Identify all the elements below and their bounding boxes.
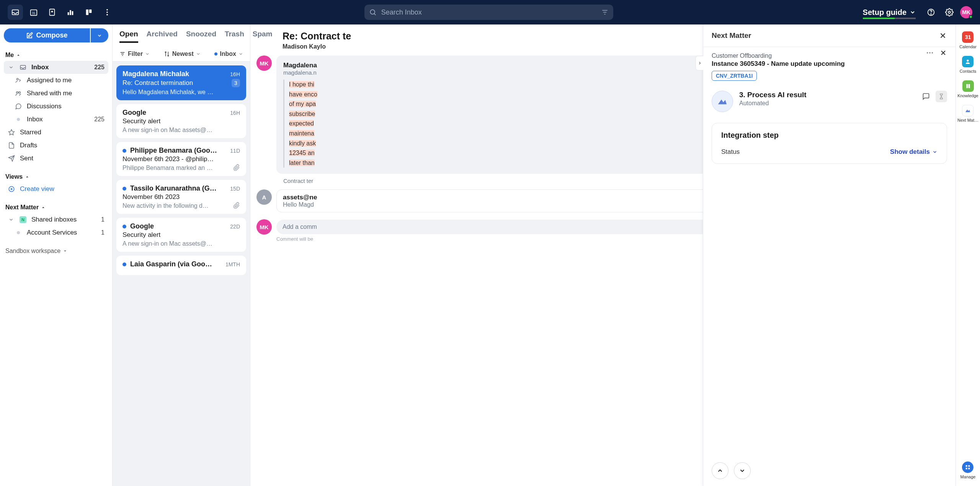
sidebar-assigned[interactable]: Assigned to me <box>4 74 108 87</box>
thread-preview: A new sign-in on Mac assets@… <box>122 240 212 247</box>
overlay-close-instance-button[interactable] <box>939 49 947 57</box>
rail-knowledge[interactable]: Knowledge <box>957 80 978 98</box>
show-details-button[interactable]: Show details <box>890 148 938 156</box>
thread-subject: November 6th 2023 <box>122 193 180 201</box>
thread-sender: Google <box>122 109 146 117</box>
inbox-filter-button[interactable]: Inbox <box>214 51 243 57</box>
svg-point-19 <box>16 92 18 94</box>
next-matter-icon <box>962 105 973 116</box>
settings-icon[interactable] <box>942 5 957 20</box>
svg-rect-30 <box>969 465 970 467</box>
unread-dot-icon <box>122 149 126 153</box>
user-avatar-initials: MK <box>962 9 970 15</box>
setup-guide-button[interactable]: Setup guide <box>863 8 916 17</box>
sidebar-inbox2-label: Inbox <box>27 116 43 123</box>
section-views-label: Views <box>5 173 23 180</box>
section-next-matter[interactable]: Next Matter <box>4 202 108 213</box>
next-step-button[interactable] <box>734 462 751 479</box>
svg-rect-7 <box>72 11 74 15</box>
shared-icon <box>15 90 22 97</box>
unread-dot-icon <box>122 187 126 191</box>
sidebar-inbox-label: Inbox <box>31 64 49 71</box>
sidebar-account-services-count: 1 <box>101 229 105 236</box>
nav-kanban-icon[interactable] <box>81 5 96 20</box>
nav-more-icon[interactable] <box>100 5 115 20</box>
svg-rect-29 <box>966 465 967 467</box>
section-me[interactable]: Me <box>4 49 108 61</box>
overlay-status-label: Status <box>721 148 740 156</box>
search-icon <box>369 8 377 16</box>
sidebar-shared[interactable]: Shared with me <box>4 87 108 100</box>
attachment-icon <box>233 164 240 171</box>
rail-calendar[interactable]: 31 Calendar <box>959 31 977 49</box>
rail-next-matter[interactable]: Next Mat… <box>957 105 978 122</box>
tab-archived[interactable]: Archived <box>147 30 178 43</box>
tab-trash[interactable]: Trash <box>225 30 244 43</box>
collapse-panel-button[interactable] <box>696 56 703 70</box>
nav-contacts-icon[interactable] <box>44 5 60 20</box>
svg-point-13 <box>370 10 375 14</box>
thread-item[interactable]: Google22DSecurity alertA new sign-in on … <box>116 218 246 252</box>
thread-item[interactable]: Magdalena Michalak16HRe: Contract termin… <box>116 65 246 100</box>
svg-point-23 <box>927 52 928 54</box>
thread-preview: Philippe Benamara marked an … <box>122 165 213 171</box>
svg-rect-5 <box>68 12 69 15</box>
thread-preview: New activity in the following d… <box>122 202 209 209</box>
svg-point-4 <box>51 11 53 13</box>
thread-item[interactable]: Google16HSecurity alertA new sign-in on … <box>116 104 246 138</box>
thread-subject: Re: Contract termination <box>122 79 193 87</box>
step-logo-icon <box>712 91 733 112</box>
sort-label: Newest <box>172 51 194 57</box>
sidebar-inbox-nested[interactable]: Inbox 225 <box>4 113 108 126</box>
sidebar-discussions[interactable]: Discussions <box>4 100 108 113</box>
workspace-switcher[interactable]: Sandbox workspace <box>4 245 108 257</box>
svg-point-25 <box>932 52 933 54</box>
sidebar-inbox[interactable]: Inbox 225 <box>4 61 108 74</box>
sidebar-sent[interactable]: Sent <box>4 152 108 165</box>
create-view-button[interactable]: Create view <box>4 183 108 196</box>
tab-open[interactable]: Open <box>119 30 138 43</box>
sidebar-shared-inboxes[interactable]: N Shared inboxes 1 <box>4 213 108 226</box>
nav-analytics-icon[interactable] <box>63 5 78 20</box>
help-icon[interactable] <box>923 5 939 20</box>
inbox-icon <box>19 64 27 71</box>
thread-time: 16H <box>230 71 240 77</box>
overlay-more-icon[interactable] <box>926 49 934 57</box>
sort-button[interactable]: Newest <box>164 51 201 57</box>
thread-item[interactable]: Laia Gasparin (via Goo…1MTH <box>116 256 246 275</box>
thread-list: Magdalena Michalak16HRe: Contract termin… <box>113 62 250 486</box>
compose-button[interactable]: Compose <box>4 28 90 42</box>
compose-label: Compose <box>36 31 67 39</box>
thread-sender: Tassilo Karunarathna (G… <box>130 184 217 192</box>
prev-step-button[interactable] <box>712 462 728 479</box>
nav-inbox-icon[interactable] <box>8 5 23 20</box>
contacts-icon <box>962 56 973 67</box>
sidebar-starred[interactable]: Starred <box>4 126 108 139</box>
rail-manage[interactable]: Manage <box>960 462 976 479</box>
tab-snoozed[interactable]: Snoozed <box>186 30 216 43</box>
create-view-label: Create view <box>20 185 54 193</box>
user-avatar[interactable]: MK <box>960 6 972 18</box>
rail-manage-label: Manage <box>960 475 976 479</box>
rail-calendar-label: Calendar <box>959 44 977 49</box>
svg-marker-21 <box>9 130 15 135</box>
sidebar-account-services[interactable]: Account Services 1 <box>4 226 108 239</box>
comment-icon[interactable] <box>920 91 932 102</box>
sidebar-drafts[interactable]: Drafts <box>4 139 108 152</box>
rail-knowledge-label: Knowledge <box>957 93 978 98</box>
filter-button[interactable]: Filter <box>119 51 150 57</box>
overlay-step-title: 3. Process AI result <box>739 91 807 99</box>
drafts-icon <box>8 142 15 149</box>
nav-calendar-icon[interactable]: 31 <box>26 5 41 20</box>
compose-dropdown[interactable] <box>91 28 108 42</box>
rail-contacts[interactable]: Contacts <box>960 56 976 73</box>
thread-item[interactable]: Tassilo Karunarathna (G…15DNovember 6th … <box>116 180 246 214</box>
search-input[interactable] <box>364 5 613 20</box>
close-overlay-button[interactable] <box>939 31 947 40</box>
attachment-icon <box>233 202 240 209</box>
unread-dot-icon <box>122 225 126 228</box>
thread-sender: Google <box>130 222 154 230</box>
thread-item[interactable]: Philippe Benamara (Goo…11DNovember 6th 2… <box>116 142 246 176</box>
search-filter-icon[interactable] <box>601 8 609 16</box>
section-views[interactable]: Views <box>4 171 108 183</box>
